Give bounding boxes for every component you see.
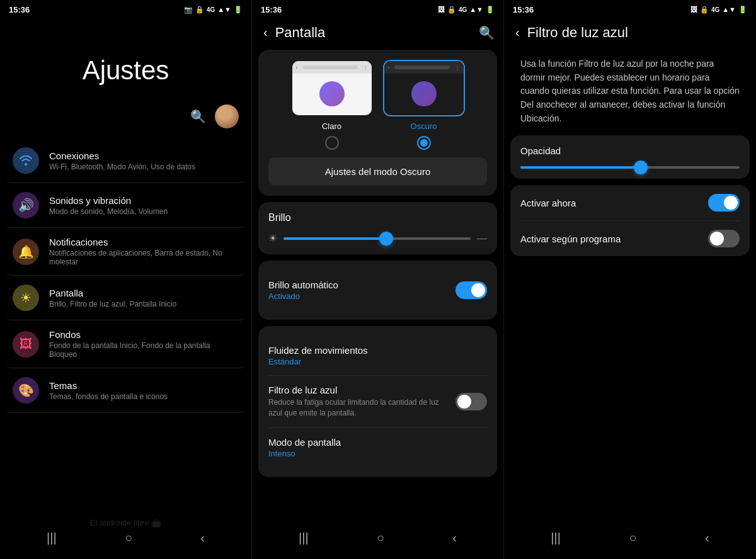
activar-programa-text: Activar según programa [520,234,708,244]
temas-text: Temas Temas, fondos de pantalla e iconos [49,380,239,401]
nav-back-1[interactable]: ‹ [190,527,215,549]
modo-title: Modo de pantalla [268,437,487,448]
nav-back-2[interactable]: ‹ [442,527,467,549]
activar-programa-row: Activar según programa [520,220,740,256]
pantalla-text: Pantalla Brillo, Filtro de luz azul, Pan… [49,288,239,308]
theme-light-preview: ‹ ⋮ [291,60,373,116]
theme-dark-label: Oscuro [411,121,437,131]
toggle-thumb-programa [710,232,724,246]
filtro-toggle[interactable] [455,393,487,410]
conexiones-title: Conexiones [49,150,239,161]
nav-recent-3[interactable]: ||| [541,527,571,549]
settings-item-sonidos[interactable]: 🔊 Sonidos y vibración Modo de sonido, Me… [6,183,245,228]
brillo-label: Brillo [268,212,487,223]
preview-top-dark: ‹ ⋮ [384,61,464,74]
brillo-slider[interactable] [284,237,471,240]
theme-dark-radio[interactable] [417,136,431,150]
signal-4g-3: 4G [711,6,719,13]
avatar[interactable] [215,104,239,128]
status-icons-1: 📷 🔒 4G ▲▼ 🔋 [184,6,243,14]
signal-bars-2: ▲▼ [469,6,483,13]
activar-ahora-row: Activar ahora [520,185,740,220]
pantalla-title: Pantalla [49,288,239,298]
filtro-content: Usa la función Filtro de luz azul por la… [504,50,756,519]
search-icon[interactable]: 🔍 [190,109,206,124]
img-icon-2: 🖼 [438,6,445,13]
preview-circle-dark [411,81,437,106]
settings-item-fondos[interactable]: 🖼 Fondos Fondo de la pantalla Inicio, Fo… [6,320,245,368]
fluidez-title: Fluidez de movimientos [268,345,487,356]
sonidos-sub: Modo de sonido, Melodía, Volumen [49,207,239,216]
lock-icon: 🔒 [195,6,204,14]
display-options-card: Fluidez de movimientos Estándar Filtro d… [258,326,497,477]
brillo-auto-sub: Activado [268,291,455,301]
search-btn-2[interactable]: 🔍 [479,25,495,40]
theme-radio-inner [420,139,428,147]
pantalla-content: ‹ ⋮ Claro [252,50,503,519]
notif-title: Notificaciones [49,237,239,247]
fondos-title: Fondos [49,329,239,340]
lock-icon-2: 🔒 [447,6,456,14]
status-icons-3: 🖼 🔒 4G ▲▼ 🔋 [690,6,747,14]
status-icons-2: 🖼 🔒 4G ▲▼ 🔋 [438,6,495,14]
back-btn-2[interactable]: ‹ [261,23,270,42]
brightness-high-icon: — [477,233,487,244]
brillo-slider-row: ☀ — [268,232,487,244]
settings-item-temas[interactable]: 🎨 Temas Temas, fondos de pantalla e icon… [6,368,245,413]
activar-programa-title: Activar según programa [520,234,708,244]
theme-dark[interactable]: ‹ ⋮ Oscuro [383,60,465,150]
sound-icon: 🔊 [13,192,39,218]
status-bar-1: 15:36 📷 🔒 4G ▲▼ 🔋 [0,0,251,18]
modo-row[interactable]: Modo de pantalla Intenso [268,427,487,467]
opacidad-thumb[interactable] [634,161,648,174]
nav-back-3[interactable]: ‹ [695,527,719,549]
fondos-sub: Fondo de la pantalla Inicio, Fondo de la… [49,341,239,359]
nav-bar-1: ||| ○ ‹ [0,519,251,559]
signal-bars-3: ▲▼ [722,6,736,13]
nav-home-1[interactable]: ○ [115,527,142,549]
battery-icon: 🔋 [234,6,243,14]
settings-item-conexiones[interactable]: Conexiones Wi-Fi, Bluetooth, Modo Avión,… [6,138,245,183]
notif-sub: Notificaciones de aplicaciones, Barra de… [49,249,239,266]
dark-mode-btn[interactable]: Ajustes del modo Oscuro [268,157,487,186]
temas-icon: 🎨 [13,377,39,404]
nav-home-3[interactable]: ○ [619,527,646,549]
brillo-auto-toggle[interactable] [455,281,487,299]
activar-ahora-title: Activar ahora [520,198,708,208]
panel-pantalla: 15:36 🖼 🔒 4G ▲▼ 🔋 ‹ Pantalla 🔍 ‹ [252,0,504,559]
time-3: 15:36 [513,5,534,14]
theme-light[interactable]: ‹ ⋮ Claro [291,60,373,150]
toggle-thumb-filtro [457,395,471,409]
signal-4g-2: 4G [459,6,467,13]
theme-light-radio[interactable] [325,136,339,150]
pantalla-sub: Brillo, Filtro de luz azul, Pantalla Ini… [49,300,239,308]
brillo-thumb[interactable] [379,232,393,246]
modo-sub: Intenso [268,449,487,458]
ajustes-title: Ajustes [0,55,251,86]
filtro-text: Filtro de luz azul Reduce la fatiga ocul… [268,385,448,419]
activar-ahora-toggle[interactable] [708,194,740,212]
modo-text: Modo de pantalla Intenso [268,437,487,458]
filtro-title: Filtro de luz azul [527,25,747,41]
opacidad-fill [520,166,641,169]
nav-recent-1[interactable]: ||| [37,527,67,549]
wifi-icon [13,147,39,174]
settings-item-notificaciones[interactable]: 🔔 Notificaciones Notificaciones de aplic… [6,228,245,276]
panel-filtro: 15:36 🖼 🔒 4G ▲▼ 🔋 ‹ Filtro de luz azul U… [504,0,756,559]
time-1: 15:36 [9,5,30,14]
settings-item-pantalla[interactable]: ☀ Pantalla Brillo, Filtro de luz azul, P… [6,276,245,320]
notif-icon: 🔔 [13,239,39,265]
activar-programa-toggle[interactable] [708,230,740,247]
temas-sub: Temas, fondos de pantalla e iconos [49,392,239,401]
activar-ahora-text: Activar ahora [520,198,708,208]
nav-home-2[interactable]: ○ [367,527,394,549]
theme-selector: ‹ ⋮ Claro [268,60,487,150]
nav-recent-2[interactable]: ||| [289,527,319,549]
opacidad-slider[interactable] [520,166,740,169]
filtro-row: Filtro de luz azul Reduce la fatiga ocul… [268,375,487,427]
avatar-inner [215,104,239,128]
fluidez-row[interactable]: Fluidez de movimientos Estándar [268,336,487,375]
back-btn-3[interactable]: ‹ [513,23,522,42]
fluidez-text: Fluidez de movimientos Estándar [268,345,487,366]
temas-title: Temas [49,380,239,391]
